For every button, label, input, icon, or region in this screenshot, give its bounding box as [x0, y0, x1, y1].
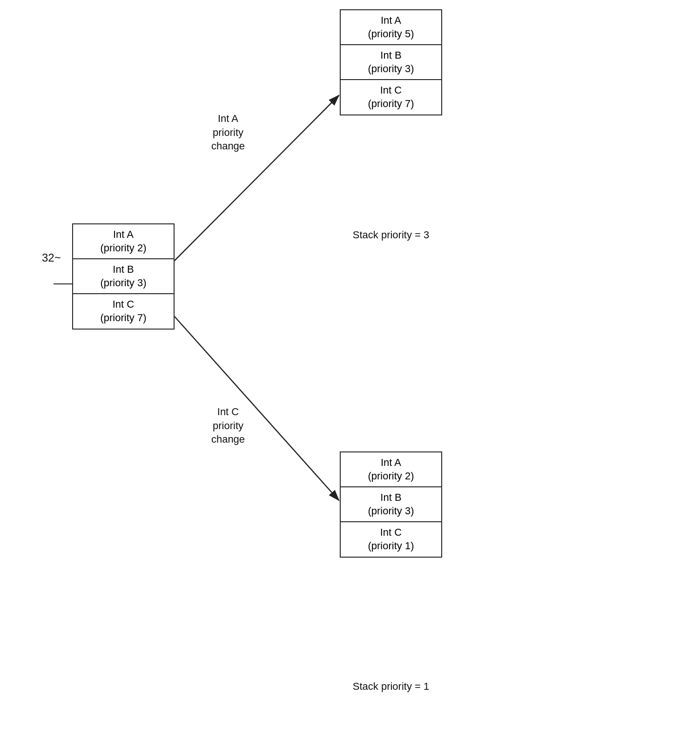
- source-cell-1: Int B(priority 3): [73, 259, 174, 294]
- result-bottom-cell-0: Int A(priority 2): [341, 452, 441, 487]
- source-cell-0: Int A(priority 2): [73, 224, 174, 259]
- arrow-bottom-label: Int Cprioritychange: [186, 405, 270, 446]
- source-cell-2: Int C(priority 7): [73, 294, 174, 328]
- source-stack: Int A(priority 2) Int B(priority 3) Int …: [72, 223, 175, 330]
- result-top-stack: Int A(priority 5) Int B(priority 3) Int …: [340, 9, 442, 115]
- diagram: 32~ Int A(priority 2) Int B(priority 3) …: [0, 0, 700, 734]
- ref-label: 32~: [42, 251, 61, 264]
- result-top-cell-2: Int C(priority 7): [341, 80, 441, 114]
- result-bottom-stack: Int A(priority 2) Int B(priority 3) Int …: [340, 451, 442, 558]
- result-bottom-cell-1: Int B(priority 3): [341, 487, 441, 522]
- bottom-stack-priority-label: Stack priority = 1: [321, 680, 461, 694]
- result-top-cell-1: Int B(priority 3): [341, 45, 441, 80]
- top-stack-priority-label: Stack priority = 3: [321, 228, 461, 242]
- arrow-top-label: Int Aprioritychange: [186, 112, 270, 153]
- result-top-cell-0: Int A(priority 5): [341, 10, 441, 45]
- result-bottom-cell-2: Int C(priority 1): [341, 522, 441, 556]
